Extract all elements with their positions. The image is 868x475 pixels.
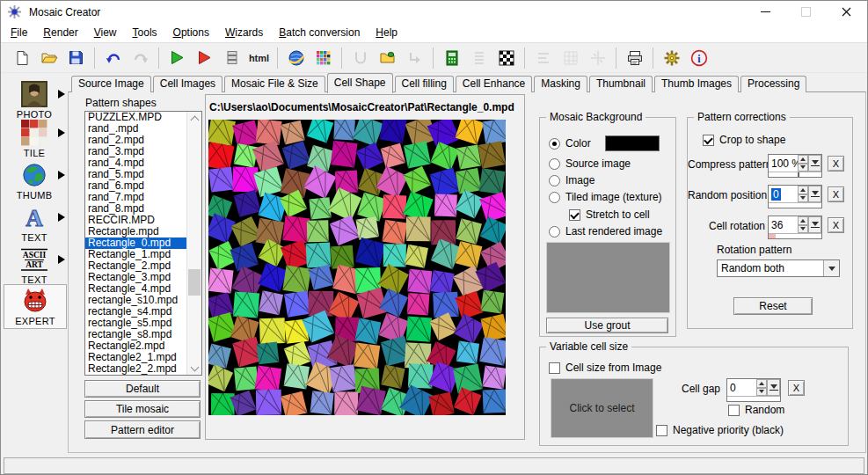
spin-up-button[interactable] [798, 216, 808, 225]
render-red-button[interactable] [191, 46, 218, 70]
menu-file[interactable]: File [3, 24, 35, 41]
scrollbar-thumb[interactable] [188, 269, 201, 296]
compress-pattern-value[interactable]: 100 % [769, 155, 798, 172]
close-button[interactable] [826, 1, 866, 23]
image-radio[interactable] [549, 175, 560, 186]
stretch-to-cell-checkbox[interactable] [569, 209, 580, 221]
cell-rotation-clear-button[interactable]: X [828, 217, 844, 233]
tab-thumbnail[interactable]: Thumbnail [589, 76, 653, 92]
checker-grid-button[interactable] [492, 46, 520, 70]
cell-gap-value[interactable]: 0 [727, 379, 756, 396]
open-file-button[interactable] [35, 46, 62, 70]
triangle-up-icon [759, 382, 764, 385]
color-radio[interactable] [549, 138, 560, 150]
tile-mosaic-button[interactable]: Tile mosaic [84, 400, 201, 418]
spin-slider[interactable] [727, 396, 780, 401]
tab-cell-images[interactable]: Cell Images [153, 76, 222, 92]
undo-button[interactable] [99, 46, 127, 70]
cell-stack-icon [226, 50, 238, 66]
random-checkbox[interactable] [728, 405, 740, 416]
spin-slider[interactable] [769, 233, 821, 238]
arrow-right-icon [58, 213, 65, 222]
spin-down-button[interactable] [756, 388, 767, 397]
random-label: Random [745, 404, 784, 416]
menu-render[interactable]: Render [35, 24, 85, 41]
menu-batch-conversion[interactable]: Batch conversion [271, 24, 368, 41]
negative-priority-checkbox[interactable] [656, 425, 667, 436]
tab-cell-enhance[interactable]: Cell Enhance [456, 76, 532, 92]
sidebar-item-photo[interactable]: PHOTO [4, 80, 65, 120]
use-grout-button[interactable]: Use grout [546, 318, 668, 333]
sidebar-item-tile[interactable]: TILE [4, 119, 65, 158]
tiled-image-radio[interactable] [549, 192, 560, 203]
sidebar-item-expert[interactable]: EXPERT [4, 284, 67, 329]
random-position-value[interactable]: 0 [769, 186, 798, 202]
spin-dropdown-button[interactable] [808, 155, 821, 172]
ascii-icon: ASCIIART [19, 245, 49, 274]
cell-size-from-image-checkbox[interactable] [549, 362, 560, 374]
default-button[interactable]: Default [84, 380, 201, 398]
sidebar-item-text[interactable]: ATEXT [4, 203, 65, 243]
dropdown-button[interactable] [823, 260, 839, 276]
crop-to-shape-checkbox[interactable] [703, 135, 714, 146]
settings-gear-icon [663, 49, 681, 67]
green-panel-button[interactable] [438, 46, 465, 70]
spin-up-button[interactable] [798, 155, 808, 164]
pattern-folder-button[interactable] [374, 46, 401, 70]
sidebar-item-thumb[interactable]: THUMB [4, 161, 65, 201]
spin-dropdown-button[interactable] [808, 216, 821, 233]
settings-gear-button[interactable] [658, 46, 685, 70]
last-rendered-image-radio[interactable] [549, 226, 560, 238]
app-window: Mosaic Creator FileRenderViewToolsOption… [0, 0, 868, 475]
compress-pattern-clear-button[interactable]: X [828, 156, 844, 172]
background-color-swatch[interactable] [605, 135, 660, 151]
save-file-button[interactable] [62, 46, 90, 70]
spin-dropdown-button[interactable] [808, 186, 821, 202]
mosaic-grid-button[interactable] [310, 46, 337, 70]
new-file-button[interactable] [8, 46, 35, 70]
spin-down-button[interactable] [798, 164, 808, 172]
minimize-button[interactable] [745, 1, 785, 23]
tab-processing[interactable]: Processing [740, 76, 806, 92]
render-green-button[interactable] [164, 46, 191, 70]
web-globe-button[interactable] [282, 46, 310, 70]
spin-dropdown-button[interactable] [767, 379, 780, 396]
reset-button[interactable]: Reset [733, 297, 813, 315]
tab-masking[interactable]: Masking [534, 76, 587, 92]
cell-stack-button[interactable] [218, 46, 245, 70]
menu-view[interactable]: View [86, 24, 125, 41]
menu-tools[interactable]: Tools [125, 24, 165, 41]
click-to-select-box[interactable]: Click to select [551, 378, 653, 438]
menu-wizards[interactable]: Wizards [217, 24, 271, 41]
spin-up-button[interactable] [798, 186, 808, 194]
spin-slider[interactable] [769, 172, 821, 177]
random-position-clear-button[interactable]: X [828, 186, 844, 202]
rotation-pattern-dropdown[interactable]: Random both [717, 259, 840, 277]
svg-text:A: A [26, 205, 43, 230]
tab-cell-shape[interactable]: Cell Shape [327, 73, 393, 93]
html-export-button[interactable]: html [245, 46, 273, 70]
spin-down-button[interactable] [798, 225, 808, 234]
arrow-right-icon [58, 171, 65, 179]
cell-rotation-value[interactable]: 36 [769, 216, 798, 233]
print-button[interactable] [621, 46, 648, 70]
info-button[interactable]: i [685, 46, 712, 70]
expert-icon [20, 287, 50, 315]
menu-help[interactable]: Help [368, 24, 405, 41]
tab-source-image[interactable]: Source Image [71, 76, 151, 92]
tab-cell-filling[interactable]: Cell filling [395, 76, 454, 92]
menu-options[interactable]: Options [165, 24, 217, 41]
spin-up-button[interactable] [756, 379, 767, 388]
source-image-radio[interactable] [549, 158, 560, 170]
spin-down-button[interactable] [798, 194, 808, 203]
cell-gap-clear-button[interactable]: X [788, 380, 805, 396]
spin-slider[interactable] [769, 202, 821, 208]
sidebar-item-ascii[interactable]: ASCIIARTTEXT [4, 245, 65, 285]
cell-rotation-label: Cell rotation [688, 220, 765, 232]
tab-thumb-images[interactable]: Thumb Images [654, 76, 739, 92]
list-item[interactable]: Rectangle2_2.mpd [85, 363, 187, 375]
pattern-editor-button[interactable]: Pattern editor [84, 420, 201, 439]
scrollbar-down-button[interactable] [187, 362, 201, 375]
scrollbar-up-button[interactable] [187, 112, 201, 125]
tab-mosaic-file-size[interactable]: Mosaic File & Size [224, 76, 325, 92]
